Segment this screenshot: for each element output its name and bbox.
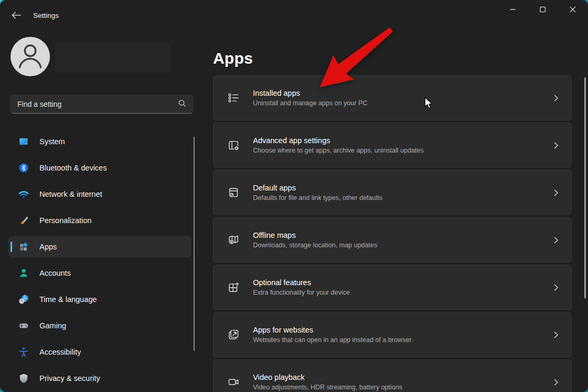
apps-icon	[18, 242, 29, 252]
gaming-icon	[18, 320, 29, 331]
arrow-left-icon	[12, 12, 21, 21]
sidebar-item-system[interactable]: System	[8, 131, 191, 152]
chevron-right-icon	[553, 189, 560, 196]
time-language-icon	[18, 294, 29, 305]
settings-card-installed-apps[interactable]: Installed apps Uninstall and manage apps…	[213, 75, 572, 120]
account-name-block	[55, 43, 170, 73]
sidebar-item-accounts[interactable]: Accounts	[8, 263, 191, 284]
chevron-right-icon	[553, 379, 560, 386]
selection-indicator-pill	[11, 242, 12, 252]
settings-card-list: Installed apps Uninstall and manage apps…	[213, 75, 572, 392]
search-input[interactable]: Find a setting	[11, 95, 193, 114]
sidebar-item-time-language[interactable]: Time & language	[8, 289, 191, 310]
optional-features-icon	[227, 281, 240, 294]
sidebar-item-accessibility[interactable]: Accessibility	[8, 341, 191, 363]
minimize-icon	[510, 6, 516, 14]
settings-window: Settings Find a setting System Bluetooth…	[0, 0, 588, 392]
back-button[interactable]	[7, 8, 25, 23]
chevron-right-icon	[553, 237, 560, 244]
settings-card-default-apps[interactable]: Default apps Defaults for file and link …	[213, 170, 572, 215]
video-playback-icon	[227, 376, 240, 388]
sidebar-item-personalization[interactable]: Personalization	[8, 210, 191, 231]
sidebar-item-bluetooth-devices[interactable]: Bluetooth & devices	[8, 157, 191, 178]
minimize-button[interactable]	[501, 1, 525, 19]
close-button[interactable]	[561, 1, 585, 19]
chevron-right-icon	[553, 95, 560, 102]
maximize-button[interactable]	[531, 1, 555, 19]
offline-maps-icon	[227, 234, 240, 246]
installed-apps-icon	[227, 92, 240, 104]
sidebar-item-network-internet[interactable]: Network & internet	[8, 184, 191, 205]
apps-for-websites-icon	[227, 328, 240, 341]
page-title: Apps	[213, 49, 253, 67]
settings-card-advanced-app-settings[interactable]: Advanced app settings Choose where to ge…	[213, 123, 572, 168]
chevron-right-icon	[553, 331, 560, 338]
accessibility-icon	[18, 347, 29, 357]
bluetooth-icon	[18, 163, 29, 173]
sidebar-item-gaming[interactable]: Gaming	[8, 315, 191, 336]
maximize-icon	[540, 6, 546, 14]
sidebar-item-apps[interactable]: Apps	[8, 236, 191, 257]
sidebar-item-privacy-security[interactable]: Privacy & security	[8, 368, 191, 389]
search-placeholder: Find a setting	[17, 100, 178, 108]
window-controls	[501, 1, 585, 19]
window-title: Settings	[33, 12, 59, 19]
system-icon	[18, 136, 29, 147]
accounts-icon	[18, 268, 29, 278]
default-apps-icon	[227, 186, 240, 199]
network-icon	[18, 189, 29, 199]
main-scrollbar[interactable]	[584, 77, 586, 298]
chevron-right-icon	[553, 142, 560, 149]
settings-card-offline-maps[interactable]: Offline maps Downloads, storage location…	[213, 217, 572, 263]
settings-card-video-playback[interactable]: Video playback Video adjustments, HDR st…	[213, 359, 572, 392]
privacy-security-icon	[18, 373, 29, 384]
settings-card-apps-for-websites[interactable]: Apps for websites Websites that can open…	[213, 312, 572, 357]
settings-card-optional-features[interactable]: Optional features Extra functionality fo…	[213, 265, 572, 310]
chevron-right-icon	[553, 284, 560, 291]
sidebar-scrollbar[interactable]	[194, 137, 195, 351]
avatar	[11, 37, 50, 76]
personalization-icon	[18, 215, 29, 226]
close-icon	[570, 6, 576, 14]
sidebar-nav: System Bluetooth & devices Network & int…	[8, 131, 191, 392]
search-icon	[178, 99, 186, 109]
person-icon	[11, 37, 50, 76]
advanced-app-settings-icon	[227, 139, 240, 152]
